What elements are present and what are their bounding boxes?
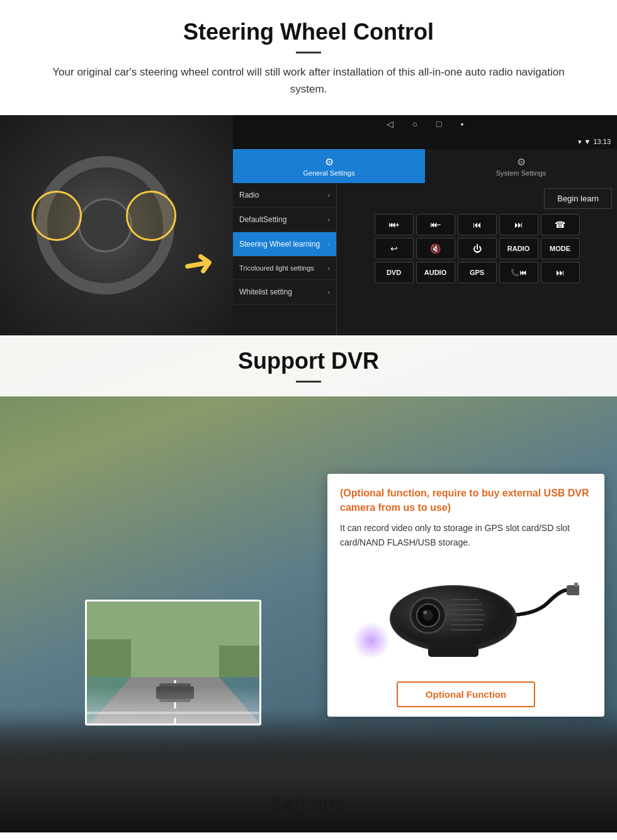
chevron-tri-icon: › xyxy=(328,265,330,272)
dvr-optional-title: (Optional function, require to buy exter… xyxy=(340,486,592,515)
menu-nav-icon[interactable]: ▪ xyxy=(460,119,463,130)
home-nav-icon[interactable]: ○ xyxy=(412,119,417,130)
statusbar-icons: ▾ ▼ 13:13 xyxy=(578,138,611,146)
seicane-brand: Seicane xyxy=(271,793,346,814)
btn-mute[interactable]: 🔇 xyxy=(416,238,455,259)
svg-rect-23 xyxy=(87,712,261,714)
android-navbar: ◁ ○ □ ▪ xyxy=(233,115,617,134)
android-ui-panel: ◁ ○ □ ▪ ▾ ▼ 13:13 ⚙ General Settings xyxy=(233,115,617,335)
dvr-header: Support DVR xyxy=(0,335,617,396)
dvr-road-view xyxy=(87,602,261,725)
dvr-recording-thumbnail xyxy=(85,600,261,725)
control-row-3: DVD AUDIO GPS 📞⏮ ⏭ xyxy=(339,262,614,283)
btn-mode[interactable]: MODE xyxy=(541,238,580,259)
menu-tricoloured-label: Tricoloured light settings xyxy=(239,264,314,272)
menu-item-tricoloured[interactable]: Tricoloured light settings › xyxy=(233,257,336,280)
svg-rect-20 xyxy=(219,646,261,677)
svg-rect-21 xyxy=(159,683,191,702)
tab-system-settings[interactable]: ⚙ System Settings xyxy=(425,149,617,183)
menu-item-whitelist[interactable]: Whitelist setting › xyxy=(233,280,336,305)
menu-steering-label: Steering Wheel learning xyxy=(239,240,320,249)
optional-function-button[interactable]: Optional Function xyxy=(397,681,535,707)
menu-radio-label: Radio xyxy=(239,191,259,199)
svg-rect-15 xyxy=(428,646,478,657)
settings-content: Radio › DefaultSetting › Steering Wheel … xyxy=(233,183,617,335)
svg-rect-22 xyxy=(156,686,194,699)
system-settings-label: System Settings xyxy=(496,169,546,177)
dvr-info-card: (Optional function, require to buy exter… xyxy=(327,474,604,717)
begin-learn-button[interactable]: Begin learn xyxy=(544,188,612,209)
btn-prev[interactable]: ⏮ xyxy=(458,214,497,235)
wifi-icon: ▾ xyxy=(578,138,582,146)
btn-phone[interactable]: ☎ xyxy=(541,214,580,235)
title-divider xyxy=(296,52,321,53)
chevron-default-icon: › xyxy=(328,216,330,223)
svg-rect-1 xyxy=(574,583,578,586)
dvr-bottom-overlay xyxy=(0,719,617,832)
chevron-radio-icon: › xyxy=(328,192,330,199)
settings-menu: Radio › DefaultSetting › Steering Wheel … xyxy=(233,183,337,335)
control-row-1: ⏮+ ⏮− ⏮ ⏭ ☎ xyxy=(339,214,614,235)
btn-audio[interactable]: AUDIO xyxy=(416,262,455,283)
svg-point-7 xyxy=(423,610,427,614)
menu-item-defaultsetting[interactable]: DefaultSetting › xyxy=(233,208,336,232)
btn-power[interactable]: ⏻ xyxy=(458,238,497,259)
steering-wheel-image: ➜ xyxy=(0,115,233,335)
signal-icon: ▼ xyxy=(584,138,591,145)
camera-light-effect xyxy=(353,622,390,659)
btn-dvd[interactable]: DVD xyxy=(375,262,414,283)
section-steering: Steering Wheel Control Your original car… xyxy=(0,0,617,335)
general-settings-label: General Settings xyxy=(303,169,355,177)
menu-whitelist-label: Whitelist setting xyxy=(239,288,292,296)
steering-button-grid: Begin learn ⏮+ ⏮− ⏮ ⏭ ☎ ↩ 🔇 ⏻ RADIO xyxy=(337,183,617,335)
tab-general-settings[interactable]: ⚙ General Settings xyxy=(233,149,425,183)
steering-header: Steering Wheel Control Your original car… xyxy=(0,0,617,104)
btn-next[interactable]: ⏭ xyxy=(499,214,538,235)
btn-radio[interactable]: RADIO xyxy=(499,238,538,259)
system-settings-icon: ⚙ xyxy=(517,156,526,168)
svg-rect-19 xyxy=(87,639,131,677)
section-dvr: Support DVR (Optional function, require … xyxy=(0,335,617,832)
dvr-camera-image xyxy=(340,559,592,672)
highlight-right-buttons xyxy=(126,191,176,241)
recent-nav-icon[interactable]: □ xyxy=(436,119,441,130)
menu-item-radio[interactable]: Radio › xyxy=(233,183,336,208)
back-nav-icon[interactable]: ◁ xyxy=(387,119,393,130)
control-row-2: ↩ 🔇 ⏻ RADIO MODE xyxy=(339,238,614,259)
steering-description: Your original car's steering wheel contr… xyxy=(38,64,579,98)
android-statusbar: ▾ ▼ 13:13 xyxy=(233,134,617,149)
btn-gps[interactable]: GPS xyxy=(458,262,497,283)
steering-title: Steering Wheel Control xyxy=(38,19,579,45)
begin-learn-row: Begin learn xyxy=(339,186,614,211)
chevron-whitelist-icon: › xyxy=(328,289,330,296)
dvr-title-divider xyxy=(296,381,321,383)
btn-phone-prev[interactable]: 📞⏮ xyxy=(499,262,538,283)
btn-vol-up[interactable]: ⏮+ xyxy=(375,214,414,235)
status-time: 13:13 xyxy=(593,138,611,145)
btn-hangup[interactable]: ↩ xyxy=(375,238,414,259)
steering-wheel-bg: ➜ xyxy=(0,115,233,335)
dvr-description: It can record video only to storage in G… xyxy=(340,521,592,549)
chevron-steering-icon: › xyxy=(328,241,330,248)
btn-skip[interactable]: ⏭ xyxy=(541,262,580,283)
svg-rect-0 xyxy=(567,585,579,595)
menu-item-steering-learning[interactable]: Steering Wheel learning › xyxy=(233,232,336,257)
highlight-left-buttons xyxy=(31,191,82,241)
btn-vol-down[interactable]: ⏮− xyxy=(416,214,455,235)
dvr-title: Support DVR xyxy=(25,348,592,374)
settings-tabs: ⚙ General Settings ⚙ System Settings xyxy=(233,149,617,183)
menu-defaultsetting-label: DefaultSetting xyxy=(239,215,286,224)
general-settings-icon: ⚙ xyxy=(325,156,334,168)
arrow-indicator: ➜ xyxy=(179,239,217,288)
steering-demo-area: ➜ ◁ ○ □ ▪ ▾ ▼ 13:13 ⚙ Gen xyxy=(0,115,617,335)
